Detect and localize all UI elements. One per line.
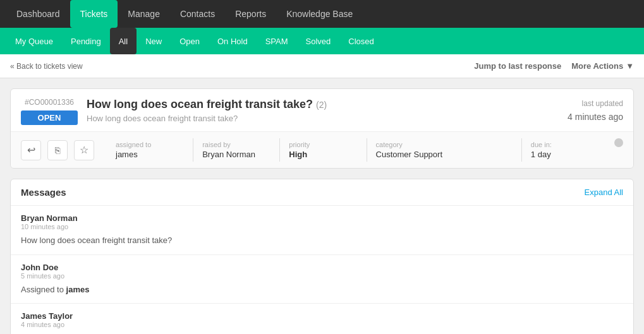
- subnav-all[interactable]: All: [110, 28, 137, 54]
- due-indicator: [614, 138, 623, 147]
- ticket-last-updated: last updated 4 minutes ago: [568, 98, 623, 124]
- ticket-subtitle: How long does ocean freight transit take…: [87, 114, 327, 123]
- nav-item-tickets[interactable]: Tickets: [70, 0, 118, 28]
- subnav-new[interactable]: New: [137, 28, 171, 54]
- message-body: How long does ocean freight transit take…: [21, 234, 623, 247]
- subnav-closed[interactable]: Closed: [339, 28, 382, 54]
- chevron-down-icon: ▼: [626, 61, 634, 71]
- messages-section: Messages Expand All Bryan Norman 10 minu…: [10, 179, 634, 334]
- subnav-open[interactable]: Open: [171, 28, 209, 54]
- nav-item-manage[interactable]: Manage: [118, 0, 170, 28]
- last-updated-time: 4 minutes ago: [568, 110, 623, 124]
- subnav-solved[interactable]: Solved: [297, 28, 340, 54]
- back-link[interactable]: « Back to tickets view: [10, 62, 83, 71]
- meta-priority: priority High: [279, 138, 366, 162]
- message-item: James Taylor 4 minutes ago Ocean freight…: [11, 304, 633, 334]
- message-item: Bryan Norman 10 minutes ago How long doe…: [11, 206, 633, 255]
- meta-due-in: due in: 1 day: [521, 138, 608, 162]
- meta-assigned-to: assigned to james: [107, 138, 193, 162]
- message-author: James Taylor: [21, 311, 623, 321]
- messages-header: Messages Expand All: [11, 179, 633, 206]
- message-author: John Doe: [21, 263, 623, 272]
- top-nav: Dashboard Tickets Manage Contacts Report…: [0, 0, 644, 28]
- subnav-pending[interactable]: Pending: [62, 28, 110, 54]
- message-time: 4 minutes ago: [21, 321, 623, 328]
- sub-nav: My Queue Pending All New Open On Hold SP…: [0, 28, 644, 54]
- nav-item-contacts[interactable]: Contacts: [170, 0, 225, 28]
- expand-all-button[interactable]: Expand All: [585, 188, 623, 197]
- subnav-on-hold[interactable]: On Hold: [209, 28, 257, 54]
- ticket-title-block: How long does ocean freight transit take…: [87, 98, 327, 123]
- subnav-my-queue[interactable]: My Queue: [6, 28, 62, 54]
- ticket-meta: assigned to james raised by Bryan Norman…: [107, 138, 623, 162]
- main-content: #CO00001336 OPEN How long does ocean fre…: [0, 78, 644, 334]
- message-time: 10 minutes ago: [21, 223, 623, 230]
- more-actions-button[interactable]: More Actions ▼: [571, 61, 634, 71]
- ticket-id: #CO00001336: [25, 98, 74, 107]
- meta-category: category Customer Support: [367, 138, 521, 162]
- ticket-id-block: #CO00001336 OPEN: [21, 98, 78, 125]
- toolbar: « Back to tickets view Jump to last resp…: [0, 54, 644, 78]
- jump-to-last-response[interactable]: Jump to last response: [474, 61, 561, 71]
- star-icon[interactable]: ☆: [74, 140, 94, 160]
- nav-item-knowledge-base[interactable]: Knowledge Base: [276, 0, 363, 28]
- ticket-card: #CO00001336 OPEN How long does ocean fre…: [10, 88, 634, 169]
- nav-item-dashboard[interactable]: Dashboard: [6, 0, 70, 28]
- meta-raised-by: raised by Bryan Norman: [193, 138, 279, 162]
- status-badge: OPEN: [21, 110, 78, 125]
- ticket-title: How long does ocean freight transit take…: [87, 98, 327, 111]
- subnav-spam[interactable]: SPAM: [257, 28, 297, 54]
- message-body: Assigned to james: [21, 283, 623, 296]
- message-author: Bryan Norman: [21, 213, 623, 223]
- merge-icon[interactable]: ⎘: [47, 140, 68, 160]
- ticket-header: #CO00001336 OPEN How long does ocean fre…: [11, 89, 633, 131]
- ticket-actions-row: ↩ ⎘ ☆ assigned to james raised by Bryan …: [11, 131, 633, 168]
- messages-title: Messages: [21, 187, 66, 198]
- message-time: 5 minutes ago: [21, 272, 623, 280]
- reply-icon[interactable]: ↩: [21, 140, 41, 160]
- reply-count: (2): [316, 100, 327, 110]
- message-item: John Doe 5 minutes ago Assigned to james: [11, 255, 633, 304]
- nav-item-reports[interactable]: Reports: [225, 0, 276, 28]
